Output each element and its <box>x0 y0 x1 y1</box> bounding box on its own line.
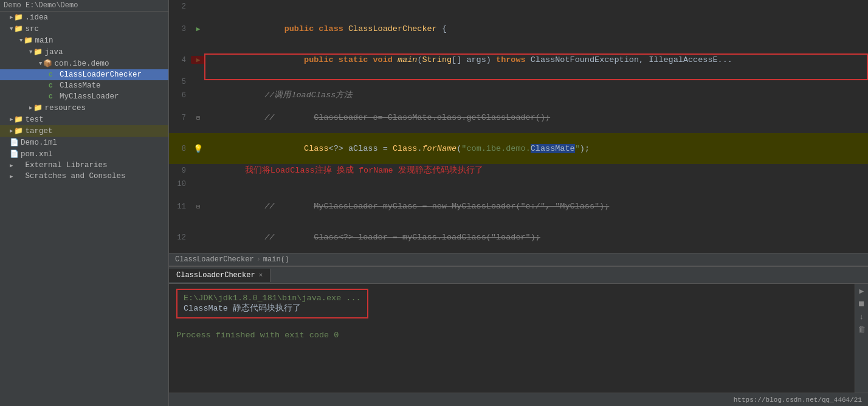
folder-icon: 📁 <box>14 115 25 124</box>
sidebar-item-idea[interactable]: ▶ 📁 .idea <box>0 12 168 23</box>
line-number: 7 <box>169 114 191 122</box>
stop-icon[interactable]: ⏹ <box>858 300 866 309</box>
sidebar-item-target[interactable]: ▶ 📁 target <box>0 125 168 137</box>
run-button-icon[interactable]: ▶ <box>196 56 201 64</box>
sidebar-item-scratches[interactable]: ▶ Scratches and Consoles <box>0 171 168 182</box>
expand-arrow-icon: ▶ <box>10 173 13 180</box>
line-number: 5 <box>169 78 191 86</box>
folder-icon: 📁 <box>14 24 25 33</box>
line-content: public static void main(String[] args) t… <box>205 40 868 80</box>
sidebar-item-label: .idea <box>25 13 168 22</box>
sidebar-item-package[interactable]: ▼ 📦 com.ibe.demo <box>0 58 168 69</box>
editor-top: 2 3 ▶ public class ClassLoaderChecker { <box>169 0 868 266</box>
sidebar-item-classloaderchecker[interactable]: C ClassLoaderChecker <box>0 69 168 80</box>
code-editor[interactable]: 2 3 ▶ public class ClassLoaderChecker { <box>169 0 868 253</box>
sidebar-item-demo-iml[interactable]: 📄 Demo.iml <box>0 137 168 148</box>
package-icon: 📦 <box>43 59 54 68</box>
terminal-line-2: ClassMate 静态代码块执行了 <box>184 303 361 314</box>
sidebar-item-label: src <box>25 25 168 33</box>
terminal-right-tools: ▶ ⏹ ↓ 🗑 <box>855 284 868 393</box>
class-icon: C <box>49 71 60 78</box>
class-icon: C <box>49 93 60 100</box>
sidebar-item-label: target <box>25 127 168 136</box>
run-again-icon[interactable]: ▶ <box>859 286 864 296</box>
breadcrumb-separator: › <box>257 255 261 264</box>
terminal-body: E:\JDK\jdk1.8.0_181\bin\java.exe ... Cla… <box>169 284 868 393</box>
sidebar-item-test[interactable]: ▶ 📁 test <box>0 114 168 125</box>
folder-icon: 📁 <box>33 103 44 112</box>
sidebar-item-src[interactable]: ▼ 📁 src <box>0 23 168 35</box>
expand-arrow-icon: ▼ <box>39 61 42 67</box>
sidebar-item-external-libraries[interactable]: ▶ External Libraries <box>0 160 168 171</box>
sidebar-item-label: ClassLoaderChecker <box>60 71 168 79</box>
breadcrumb-item-class[interactable]: ClassLoaderChecker <box>175 255 254 264</box>
terminal-output-box: E:\JDK\jdk1.8.0_181\bin\java.exe ... Cla… <box>176 289 368 318</box>
expand-arrow-icon: ▶ <box>10 128 13 134</box>
tab-close-button[interactable]: × <box>259 272 263 279</box>
line-number: 2 <box>169 2 191 11</box>
code-line-9: 9 我们将LoadClass注掉 换成 forName 发现静态代码块执行了 <box>169 164 868 177</box>
code-line-8: 8 💡 Class<?> aClass = Class.forName("com… <box>169 133 868 164</box>
expand-arrow-icon: ▶ <box>29 105 32 111</box>
sidebar: Demo E:\Demo\Demo ▶ 📁 .idea ▼ 📁 src ▼ 📁 … <box>0 0 169 406</box>
line-number: 8 <box>169 145 191 153</box>
line-gutter: ⊟ <box>191 114 205 122</box>
sidebar-item-label: pom.xml <box>21 150 168 159</box>
folder-icon: 📁 <box>14 13 25 22</box>
line-number: 11 <box>169 202 191 211</box>
breadcrumb-item-method[interactable]: main() <box>263 255 289 264</box>
fold-icon: ⊟ <box>196 203 200 210</box>
folder-icon: 📁 <box>33 47 44 57</box>
sidebar-path: Demo E:\Demo\Demo <box>0 0 168 12</box>
sidebar-item-label: test <box>25 115 168 124</box>
line-number: 4 <box>169 56 191 64</box>
fold-icon: ⊟ <box>196 114 200 122</box>
iml-icon: 📄 <box>10 138 21 147</box>
bulb-icon[interactable]: 💡 <box>193 144 203 154</box>
terminal-panel: ClassLoaderChecker × E:\JDK\jdk1.8.0_181… <box>169 266 868 406</box>
expand-arrow-icon: ▼ <box>29 49 32 55</box>
sidebar-item-label: Demo.iml <box>21 139 168 147</box>
sidebar-item-label: java <box>44 48 168 57</box>
code-lines: 2 3 ▶ public class ClassLoaderChecker { <box>169 0 868 253</box>
sidebar-item-label: Scratches and Consoles <box>25 172 168 181</box>
sidebar-item-java[interactable]: ▼ 📁 java <box>0 46 168 58</box>
class-icon: C <box>49 82 60 89</box>
terminal-tab-classloaderchecker[interactable]: ClassLoaderChecker × <box>169 269 270 282</box>
sidebar-item-label: resources <box>44 104 168 112</box>
editor-area: 2 3 ▶ public class ClassLoaderChecker { <box>169 0 868 406</box>
line-content: Class<?> aClass = Class.forName("com.ibe… <box>205 129 868 169</box>
sidebar-item-label: com.ibe.demo <box>54 60 168 68</box>
breadcrumb: ClassLoaderChecker › main() <box>169 253 868 266</box>
expand-arrow-icon: ▶ <box>10 116 13 123</box>
sidebar-item-label: MyClassLoader <box>60 92 168 101</box>
code-line-12: 12 // Class<?> loader = myClass.loadClas… <box>169 222 868 253</box>
clear-icon[interactable]: 🗑 <box>858 325 866 334</box>
code-line-5: 5 <box>169 75 868 89</box>
line-content: 我们将LoadClass注掉 换成 forName 发现静态代码块执行了 <box>205 164 868 177</box>
expand-arrow-icon: ▶ <box>10 14 13 21</box>
line-gutter: ⊟ <box>191 203 205 210</box>
sidebar-item-label: ClassMate <box>60 81 168 90</box>
terminal-line-1: E:\JDK\jdk1.8.0_181\bin\java.exe ... <box>184 294 361 303</box>
sidebar-item-resources[interactable]: ▶ 📁 resources <box>0 102 168 114</box>
sidebar-item-label: main <box>35 36 168 45</box>
folder-icon: 📁 <box>24 36 35 45</box>
terminal-content[interactable]: E:\JDK\jdk1.8.0_181\bin\java.exe ... Cla… <box>169 284 855 393</box>
line-gutter: 💡 <box>191 144 205 154</box>
sidebar-item-myclassloader[interactable]: C MyClassLoader <box>0 91 168 102</box>
line-number: 10 <box>169 180 191 188</box>
expand-arrow-icon: ▼ <box>19 38 22 44</box>
sidebar-item-pom-xml[interactable]: 📄 pom.xml <box>0 148 168 160</box>
line-number: 3 <box>169 25 191 33</box>
sidebar-item-classmate[interactable]: C ClassMate <box>0 80 168 91</box>
sidebar-item-main[interactable]: ▼ 📁 main <box>0 35 168 46</box>
code-line-4: 4 ▶ public static void main(String[] arg… <box>169 44 868 75</box>
line-gutter: ▶ <box>191 25 205 33</box>
run-button-icon[interactable]: ▶ <box>196 25 201 33</box>
terminal-process-line: Process finished with exit code 0 <box>176 331 847 340</box>
expand-arrow-icon: ▶ <box>10 162 13 169</box>
line-number: 9 <box>169 167 191 175</box>
scroll-down-icon[interactable]: ↓ <box>859 312 864 322</box>
line-number: 6 <box>169 91 191 100</box>
